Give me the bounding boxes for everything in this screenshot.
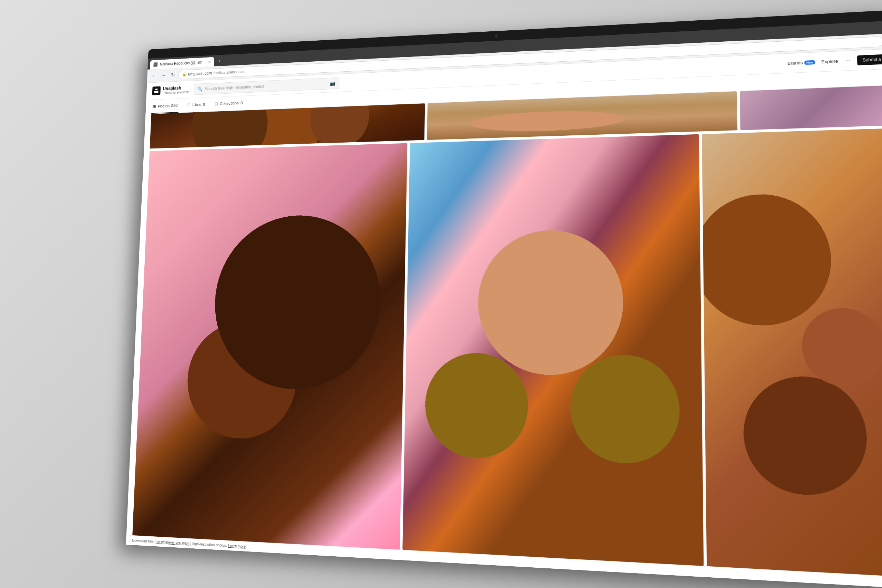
laptop-frame: Nathana Rebouças (@natha... × + ← → ↻ 🔒 … bbox=[0, 0, 882, 588]
photos-tab-icon: ⊞ bbox=[153, 104, 156, 109]
back-button[interactable]: ← bbox=[150, 72, 158, 80]
tab-photos[interactable]: ⊞ Photos 520 bbox=[151, 99, 179, 114]
photo-grid: Download free ( do whatever you want ) h… bbox=[126, 85, 882, 588]
unsplash-logo[interactable]: Unsplash Photos for everyone bbox=[152, 85, 189, 95]
photo-item[interactable] bbox=[740, 85, 882, 130]
lock-icon: 🔒 bbox=[182, 72, 186, 76]
laptop-screen: Nathana Rebouças (@natha... × + ← → ↻ 🔒 … bbox=[126, 10, 882, 588]
nav-explore[interactable]: Explore bbox=[821, 58, 838, 64]
footer-link-learn-more[interactable]: Learn more bbox=[228, 544, 246, 549]
brands-label: Brands bbox=[788, 60, 803, 66]
likes-tab-icon: ♡ bbox=[187, 103, 191, 108]
tab-collections[interactable]: ⊟ Collections 8 bbox=[213, 96, 244, 111]
collections-tab-icon: ⊟ bbox=[214, 102, 218, 106]
collections-count: 8 bbox=[240, 100, 243, 105]
svg-rect-1 bbox=[154, 91, 159, 93]
new-tab-button[interactable]: + bbox=[215, 57, 224, 66]
likes-count: 9 bbox=[203, 102, 206, 107]
brands-badge: New bbox=[804, 60, 816, 65]
tab-favicon bbox=[154, 62, 158, 67]
search-icon: 🔍 bbox=[197, 87, 202, 92]
forward-button[interactable]: → bbox=[160, 72, 167, 79]
footer-link-license[interactable]: do whatever you want bbox=[156, 540, 189, 546]
tab-title: Nathana Rebouças (@natha... bbox=[160, 60, 206, 66]
logo-tagline: Photos for everyone bbox=[163, 90, 189, 95]
collections-tab-label: Collections bbox=[220, 100, 239, 106]
url-domain: unsplash.com bbox=[188, 71, 212, 77]
search-bar[interactable]: 🔍 Search free high-resolution photos 📷 bbox=[193, 77, 339, 95]
search-placeholder: Search free high-resolution photos bbox=[205, 81, 327, 91]
camera-icon[interactable]: 📷 bbox=[330, 81, 335, 86]
svg-rect-0 bbox=[155, 89, 158, 91]
browser-window: Nathana Rebouças (@natha... × + ← → ↻ 🔒 … bbox=[126, 20, 882, 588]
photo-item[interactable] bbox=[132, 143, 407, 550]
nav-links: Brands New Explore ··· Submit a pho bbox=[787, 54, 882, 68]
footer-text-2: ) high-resolution photos. bbox=[190, 542, 228, 548]
refresh-button[interactable]: ↻ bbox=[169, 71, 176, 79]
submit-photo-button[interactable]: Submit a pho bbox=[857, 54, 882, 66]
url-path: /nathanareboucas bbox=[214, 69, 245, 75]
footer-text-1: Download free ( bbox=[132, 538, 156, 544]
nav-more[interactable]: ··· bbox=[844, 57, 851, 64]
likes-tab-label: Likes bbox=[192, 102, 201, 108]
logo-icon bbox=[152, 87, 161, 95]
logo-text: Unsplash Photos for everyone bbox=[163, 85, 189, 95]
photo-row-bottom bbox=[126, 128, 882, 578]
photo-item[interactable] bbox=[702, 128, 882, 578]
photo-item[interactable] bbox=[402, 134, 704, 566]
photos-count: 520 bbox=[171, 104, 178, 108]
webcam bbox=[495, 34, 498, 37]
tab-likes[interactable]: ♡ Likes 9 bbox=[186, 98, 207, 112]
photos-tab-label: Photos bbox=[158, 104, 170, 109]
tab-close-button[interactable]: × bbox=[208, 60, 211, 64]
nav-brands[interactable]: Brands New bbox=[788, 60, 816, 66]
